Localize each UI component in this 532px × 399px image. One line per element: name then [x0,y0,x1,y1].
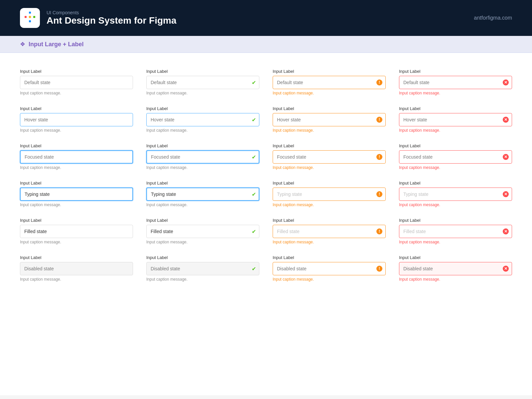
input-label: Input Label [146,181,259,186]
input-warning-typing[interactable] [273,188,386,201]
svg-rect-2 [25,16,27,18]
input-wrapper: ! [273,188,386,201]
column-error: Input Label✕Input caption message.Input … [399,69,512,292]
section-title: Input Large + Label [29,41,84,48]
input-wrapper [20,150,133,164]
input-wrapper [20,113,133,126]
input-error-typing[interactable] [399,188,512,201]
input-group-error-hover: Input Label✕Input caption message. [399,106,512,133]
input-default-hover[interactable] [20,113,133,126]
input-default-filled[interactable] [20,225,133,238]
input-success-filled[interactable] [146,225,259,238]
input-group-default-filled: Input LabelInput caption message. [20,218,133,244]
column-success: Input Label✔Input caption message.Input … [146,69,259,292]
input-wrapper: ✔ [146,188,259,201]
input-caption: Input caption message. [399,91,512,95]
input-wrapper: ! [273,113,386,126]
error-icon: ✕ [503,191,509,197]
input-success-focused[interactable] [146,150,259,164]
input-caption: Input caption message. [273,277,386,282]
input-label: Input Label [20,69,133,74]
input-caption: Input caption message. [20,165,133,170]
input-warning-hover[interactable] [273,113,386,126]
input-group-error-disabled: Input Label✕Input caption message. [399,255,512,282]
input-wrapper: ✕ [399,113,512,126]
input-error-default[interactable] [399,76,512,89]
input-group-error-typing: Input Label✕Input caption message. [399,181,512,207]
header-left: UI Components Ant Design System for Figm… [20,8,177,28]
success-icon: ✔ [252,117,256,123]
input-wrapper [20,262,133,275]
logo-box [20,8,40,28]
input-caption: Input caption message. [273,128,386,133]
input-caption: Input caption message. [399,165,512,170]
input-caption: Input caption message. [273,240,386,244]
input-success-default[interactable] [146,76,259,89]
input-label: Input Label [273,181,386,186]
input-caption: Input caption message. [146,240,259,244]
input-caption: Input caption message. [20,91,133,95]
input-wrapper: ✔ [146,76,259,89]
input-caption: Input caption message. [146,277,259,282]
input-caption: Input caption message. [20,128,133,133]
input-group-success-focused: Input Label✔Input caption message. [146,143,259,170]
input-label: Input Label [273,218,386,223]
input-error-focused[interactable] [399,150,512,164]
input-wrapper: ✕ [399,225,512,238]
input-label: Input Label [20,143,133,148]
input-caption: Input caption message. [146,165,259,170]
input-wrapper: ✕ [399,150,512,164]
success-icon: ✔ [252,228,256,235]
input-warning-disabled [273,262,386,275]
warning-icon: ! [376,266,382,272]
svg-rect-0 [29,12,31,14]
input-error-hover[interactable] [399,113,512,126]
svg-rect-4 [29,15,31,18]
input-label: Input Label [146,106,259,111]
input-wrapper: ✔ [146,225,259,238]
input-label: Input Label [399,181,512,186]
input-group-default-disabled: Input LabelInput caption message. [20,255,133,282]
input-group-success-typing: Input Label✔Input caption message. [146,181,259,207]
input-label: Input Label [146,143,259,148]
column-default: Input LabelInput caption message.Input L… [20,69,133,292]
input-error-disabled [399,262,512,275]
input-success-disabled [146,262,259,275]
input-default-default[interactable] [20,76,133,89]
input-label: Input Label [273,106,386,111]
input-label: Input Label [399,218,512,223]
input-default-typing[interactable] [20,188,133,201]
input-label: Input Label [399,255,512,260]
input-wrapper: ! [273,76,386,89]
input-caption: Input caption message. [399,240,512,244]
error-icon: ✕ [503,154,509,160]
input-success-typing[interactable] [146,188,259,201]
input-caption: Input caption message. [20,240,133,244]
input-warning-default[interactable] [273,76,386,89]
success-icon: ✔ [252,79,256,86]
input-error-filled[interactable] [399,225,512,238]
header-title: Ant Design System for Figma [47,15,177,26]
input-warning-filled[interactable] [273,225,386,238]
logo-icon [24,11,36,25]
input-group-default-typing: Input LabelInput caption message. [20,181,133,207]
input-caption: Input caption message. [20,277,133,282]
input-caption: Input caption message. [399,277,512,282]
input-label: Input Label [399,69,512,74]
input-label: Input Label [399,106,512,111]
input-group-default-focused: Input LabelInput caption message. [20,143,133,170]
input-group-warning-hover: Input Label!Input caption message. [273,106,386,133]
input-warning-focused[interactable] [273,150,386,164]
input-caption: Input caption message. [146,91,259,95]
column-warning: Input Label!Input caption message.Input … [273,69,386,292]
input-success-hover[interactable] [146,113,259,126]
warning-icon: ! [376,154,382,160]
input-wrapper [20,76,133,89]
input-grid: Input LabelInput caption message.Input L… [20,69,512,292]
svg-rect-1 [29,20,31,22]
input-default-focused[interactable] [20,150,133,164]
input-wrapper: ! [273,262,386,275]
input-group-default-hover: Input LabelInput caption message. [20,106,133,133]
input-wrapper: ✔ [146,262,259,275]
input-label: Input Label [20,255,133,260]
